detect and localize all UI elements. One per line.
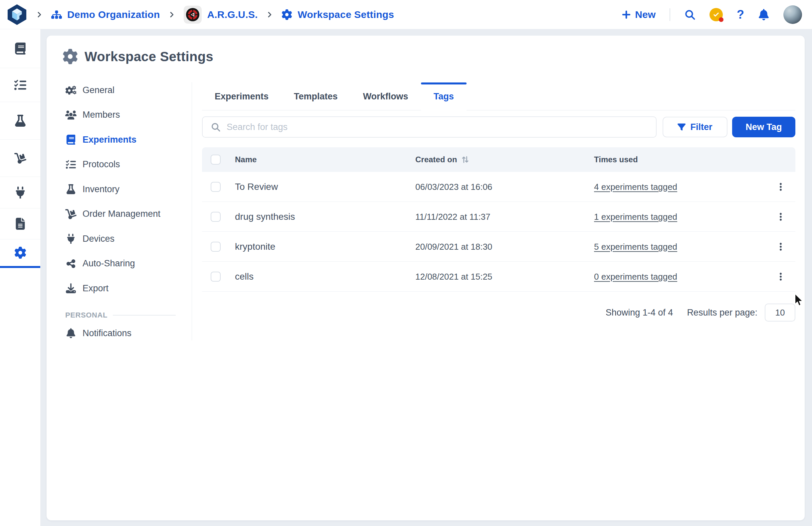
left-rail [0,29,41,526]
settings-menu-item-label: Experiments [83,135,136,145]
settings-menu-item-export[interactable]: Export [65,276,176,301]
column-header-name[interactable]: Name [235,155,257,164]
breadcrumb-organization[interactable]: Demo Organization [51,9,160,20]
file-lines-icon [14,218,26,230]
vertical-divider [192,82,192,341]
rail-item-settings[interactable] [0,239,40,268]
tab-experiments[interactable]: Experiments [202,82,281,110]
tab-templates[interactable]: Templates [281,82,350,110]
select-all-checkbox[interactable] [211,155,221,165]
tab-tags[interactable]: Tags [421,82,467,110]
breadcrumb-organization-label: Demo Organization [67,9,160,20]
row-checkbox[interactable] [211,272,221,282]
filter-button[interactable]: Filter [663,117,727,137]
settings-menu-item-label: Members [83,110,120,120]
flask-icon [14,115,26,127]
tag-created-on: 12/08/2021 at 15:25 [415,271,492,282]
dolly-icon [14,152,26,164]
times-used-link[interactable]: 0 experiments tagged [594,271,677,282]
kebab-menu-icon[interactable] [776,272,785,281]
tag-created-on: 20/09/2021 at 18:30 [415,241,492,252]
topbar: Demo Organization [0,0,812,29]
rail-item-devices[interactable] [0,177,40,209]
workspace-avatar [184,6,202,24]
chevron-right-icon [169,11,175,18]
gear-icon [62,49,78,64]
rail-item-documents[interactable] [0,209,40,239]
column-header-times-used[interactable]: Times used [594,155,638,164]
settings-menu-item-notifications[interactable]: Notifications [65,321,176,346]
chevron-right-icon [266,11,273,18]
search-icon[interactable] [684,9,696,20]
new-tag-button[interactable]: New Tag [732,117,795,137]
tag-created-on: 06/03/2023 at 16:06 [415,182,492,192]
times-used-link[interactable]: 1 experiments tagged [594,211,677,222]
status-check-badge[interactable] [710,8,723,21]
row-checkbox[interactable] [211,212,221,222]
topbar-divider [670,8,670,21]
settings-menu-item-order-management[interactable]: Order Management [65,202,176,227]
tags-table: Name Created on Times used To Review06/0… [202,147,795,291]
dolly-icon [65,209,76,219]
topbar-actions: New ? [622,5,802,24]
plug-icon [65,234,76,244]
user-avatar[interactable] [783,5,802,24]
rail-item-inventory[interactable] [0,102,40,140]
per-page-select[interactable]: 10 [765,303,795,321]
tag-name: cells [235,271,253,282]
kebab-menu-icon[interactable] [776,242,785,251]
breadcrumb-workspace[interactable]: A.R.G.U.S. [184,6,258,24]
kebab-menu-icon[interactable] [776,212,785,222]
notification-dot [719,17,724,22]
settings-menu-item-general[interactable]: General [65,78,176,103]
plus-icon [622,10,631,19]
search-input[interactable] [227,122,648,132]
bell-icon [65,328,76,338]
row-checkbox[interactable] [211,242,221,252]
tab-workflows[interactable]: Workflows [350,82,421,110]
tag-name: kryptonite [235,241,275,252]
new-button-label: New [635,9,656,20]
settings-menu-item-auto-sharing[interactable]: Auto-Sharing [65,251,176,276]
settings-menu-item-experiments[interactable]: Experiments [65,127,176,152]
pagination: Showing 1-4 of 4 Results per page: 10 [606,303,795,321]
book-icon [65,135,76,145]
column-header-created-on[interactable]: Created on [415,155,469,164]
settings-menu-item-label: Auto-Sharing [83,258,135,269]
check-icon [713,11,720,18]
breadcrumb-workspace-label: A.R.G.U.S. [207,9,258,20]
settings-menu-item-protocols[interactable]: Protocols [65,152,176,177]
new-button[interactable]: New [622,9,656,20]
row-checkbox[interactable] [211,182,221,192]
tag-created-on: 11/11/2022 at 11:37 [415,211,491,222]
settings-menu-item-inventory[interactable]: Inventory [65,177,176,202]
showing-label: Showing 1-4 of 4 [606,307,673,318]
tag-name: drug synthesis [235,211,295,222]
rail-item-tasks[interactable] [0,68,40,102]
rail-item-orders[interactable] [0,140,40,177]
times-used-link[interactable]: 5 experiments tagged [594,241,677,252]
per-page-label: Results per page: [687,307,757,318]
sort-icon[interactable] [461,155,469,164]
settings-menu-item-devices[interactable]: Devices [65,226,176,251]
settings-menu-item-label: Protocols [83,159,120,169]
help-icon[interactable]: ? [737,9,744,20]
app-logo-icon[interactable] [7,4,27,26]
download-icon [65,283,76,293]
settings-menu-item-label: Export [83,283,108,294]
personal-menu: Notifications [65,321,176,346]
settings-menu-item-label: General [83,85,115,95]
content-background: Workspace Settings GeneralMembersExperim… [41,29,812,526]
bell-icon[interactable] [758,9,769,20]
table-header: Name Created on Times used [202,147,795,172]
kebab-menu-icon[interactable] [776,182,785,192]
share-nodes-icon [65,259,76,269]
page-title-row: Workspace Settings [62,49,213,64]
breadcrumb-settings[interactable]: Workspace Settings [281,9,394,20]
table-body: To Review06/03/2023 at 16:064 experiment… [202,172,795,291]
list-check-icon [65,160,76,169]
breadcrumb-settings-label: Workspace Settings [298,9,394,20]
times-used-link[interactable]: 4 experiments tagged [594,182,677,192]
rail-item-journal[interactable] [0,29,40,68]
settings-menu-item-members[interactable]: Members [65,103,176,128]
